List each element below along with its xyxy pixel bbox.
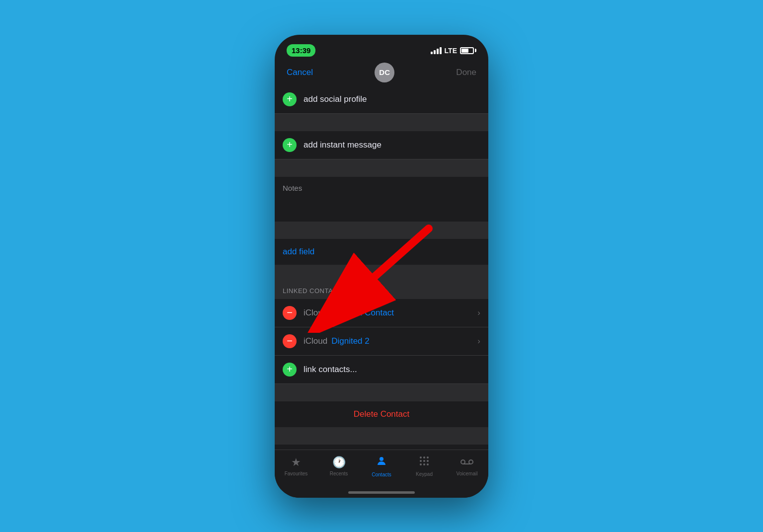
section-gap-4 bbox=[275, 265, 488, 282]
add-social-icon: + bbox=[283, 92, 297, 106]
lte-indicator: LTE bbox=[445, 47, 457, 55]
svg-point-9 bbox=[420, 463, 422, 465]
link-contacts-label: link contacts... bbox=[304, 365, 357, 375]
recents-label: Recents bbox=[330, 471, 348, 476]
avatar: DC bbox=[375, 63, 394, 82]
linked-name-1: Dignited Contact bbox=[331, 308, 477, 318]
link-contacts-row[interactable]: + link contacts... bbox=[275, 356, 488, 384]
linked-contact-1[interactable]: − iCloud Dignited Contact › bbox=[275, 299, 488, 327]
status-right: LTE bbox=[431, 47, 476, 55]
tab-favourites[interactable]: ★ Favourites bbox=[275, 456, 317, 476]
link-contacts-icon: + bbox=[283, 363, 297, 377]
keypad-label: Keypad bbox=[416, 471, 433, 477]
section-gap-5 bbox=[275, 384, 488, 401]
add-field-label: add field bbox=[283, 247, 314, 257]
signal-bars bbox=[431, 47, 442, 54]
remove-linked-1-icon[interactable]: − bbox=[283, 306, 297, 320]
section-gap-3 bbox=[275, 222, 488, 239]
favourites-icon: ★ bbox=[291, 456, 301, 469]
status-bar: 13:39 LTE bbox=[275, 35, 488, 60]
voicemail-icon bbox=[460, 456, 473, 469]
delete-contact-label: Delete Contact bbox=[354, 409, 409, 419]
svg-point-7 bbox=[423, 460, 425, 462]
svg-point-13 bbox=[469, 460, 473, 464]
contacts-label: Contacts bbox=[372, 472, 391, 477]
add-field-row[interactable]: add field bbox=[275, 239, 488, 265]
add-instant-message-label: add instant message bbox=[304, 140, 382, 150]
remove-linked-2-icon[interactable]: − bbox=[283, 334, 297, 348]
svg-point-12 bbox=[461, 460, 465, 464]
keypad-icon bbox=[419, 456, 430, 469]
recents-icon: 🕐 bbox=[332, 456, 346, 469]
status-time: 13:39 bbox=[287, 44, 315, 57]
add-instant-icon: + bbox=[283, 138, 297, 152]
tab-bar: ★ Favourites 🕐 Recents Contacts bbox=[275, 450, 488, 487]
linked-contacts-title: LINKED CONTACTS bbox=[283, 287, 347, 295]
linked-contact-2[interactable]: − iCloud Dignited 2 › bbox=[275, 327, 488, 356]
tab-contacts[interactable]: Contacts bbox=[360, 455, 403, 477]
linked-source-1: iCloud bbox=[304, 308, 327, 318]
nav-bar: Cancel DC Done bbox=[275, 60, 488, 85]
section-gap-6 bbox=[275, 427, 488, 445]
notes-section[interactable]: Notes bbox=[275, 177, 488, 222]
section-gap-2 bbox=[275, 159, 488, 177]
svg-point-10 bbox=[423, 463, 425, 465]
add-social-profile-row[interactable]: + add social profile bbox=[275, 85, 488, 114]
add-instant-message-row[interactable]: + add instant message bbox=[275, 131, 488, 159]
voicemail-label: Voicemail bbox=[457, 471, 478, 476]
linked-contacts-header: LINKED CONTACTS bbox=[275, 282, 488, 299]
chevron-icon-1: › bbox=[477, 308, 480, 318]
svg-point-6 bbox=[420, 460, 422, 462]
contacts-icon bbox=[376, 455, 387, 470]
svg-point-2 bbox=[380, 457, 383, 461]
phone-frame: 13:39 LTE Cancel DC Done bbox=[275, 35, 488, 498]
content-scroll[interactable]: + add social profile + add instant messa… bbox=[275, 85, 488, 450]
home-indicator bbox=[275, 487, 488, 498]
svg-point-4 bbox=[423, 456, 425, 458]
linked-name-2: Dignited 2 bbox=[331, 336, 477, 346]
svg-point-8 bbox=[427, 460, 429, 462]
notes-label: Notes bbox=[283, 184, 480, 192]
tab-voicemail[interactable]: Voicemail bbox=[446, 456, 488, 476]
svg-point-5 bbox=[427, 456, 429, 458]
tab-keypad[interactable]: Keypad bbox=[403, 456, 446, 477]
done-button[interactable]: Done bbox=[456, 68, 476, 77]
section-gap-1 bbox=[275, 114, 488, 131]
cancel-button[interactable]: Cancel bbox=[287, 68, 313, 77]
linked-source-2: iCloud bbox=[304, 336, 327, 346]
svg-point-11 bbox=[427, 463, 429, 465]
add-social-profile-label: add social profile bbox=[304, 94, 367, 104]
battery bbox=[460, 47, 476, 54]
delete-contact-row[interactable]: Delete Contact bbox=[275, 401, 488, 427]
tab-recents[interactable]: 🕐 Recents bbox=[317, 456, 360, 476]
favourites-label: Favourites bbox=[285, 471, 308, 476]
chevron-icon-2: › bbox=[477, 336, 480, 346]
svg-point-3 bbox=[420, 456, 422, 458]
